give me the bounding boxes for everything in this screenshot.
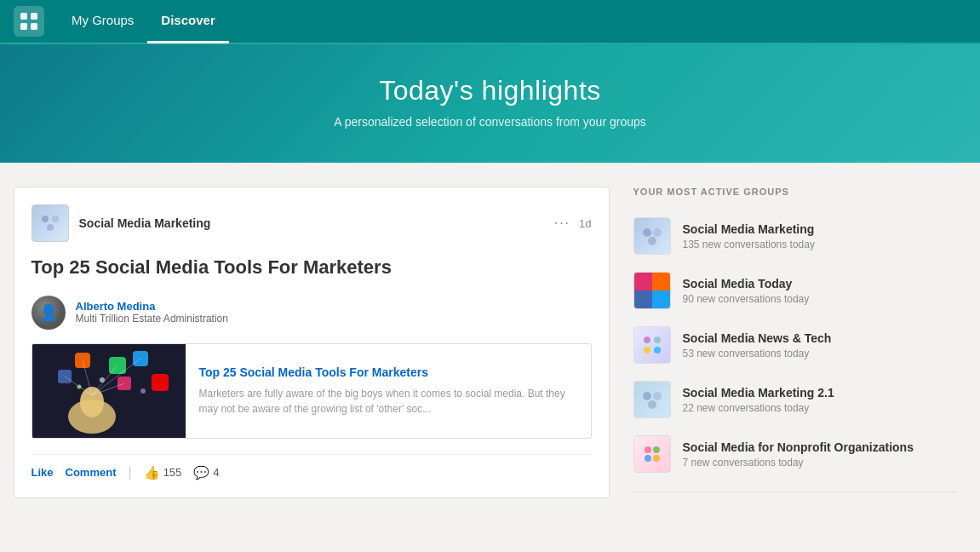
link-preview-image (32, 344, 186, 438)
post-time-ago: 1d (579, 217, 591, 230)
author-company: Multi Trillion Estate Administration (76, 313, 228, 325)
svg-point-9 (80, 387, 104, 417)
svg-rect-2 (20, 23, 27, 30)
svg-point-30 (654, 347, 661, 354)
comment-icon: 💬 (193, 465, 209, 480)
link-preview-description: Marketers are fully aware of the big boy… (199, 386, 577, 417)
top-navigation: My Groups Discover (0, 0, 980, 44)
sidebar-group-name-3: Social Media Marketing 2.1 (683, 386, 957, 400)
sidebar-divider (633, 492, 957, 492)
svg-point-35 (653, 446, 660, 453)
sidebar-group-info-4: Social Media for Nonprofit Organizations… (683, 440, 957, 469)
post-meta: ··· 1d (554, 216, 592, 231)
footer-divider: | (128, 465, 131, 480)
svg-point-21 (100, 377, 105, 382)
post-card: Social Media Marketing ··· 1d Top 25 Soc… (14, 187, 610, 498)
nav-my-groups[interactable]: My Groups (58, 0, 147, 43)
sidebar-group-info-3: Social Media Marketing 2.1 22 new conver… (683, 386, 957, 414)
hero-subtitle: A personalized selection of conversation… (0, 115, 980, 129)
author-avatar: 👤 (32, 296, 66, 330)
svg-point-24 (643, 228, 651, 237)
svg-point-36 (645, 455, 651, 462)
comment-button[interactable]: Comment (66, 466, 117, 479)
sidebar-group-item[interactable]: Social Media Marketing 135 new conversat… (633, 209, 957, 263)
svg-point-29 (644, 347, 650, 354)
hero-banner: Today's highlights A personalized select… (0, 44, 980, 163)
sidebar-group-name-4: Social Media for Nonprofit Organizations (683, 440, 957, 454)
post-group-name[interactable]: Social Media Marketing (79, 216, 554, 230)
svg-point-25 (653, 228, 662, 237)
sidebar-group-thumb-4 (633, 435, 671, 473)
post-card-header: Social Media Marketing ··· 1d (32, 204, 592, 242)
svg-point-28 (654, 336, 661, 343)
like-button[interactable]: Like (32, 466, 54, 479)
svg-rect-15 (152, 374, 169, 391)
svg-point-32 (653, 392, 662, 400)
svg-rect-3 (31, 23, 37, 30)
sidebar-group-thumb-0 (633, 217, 671, 255)
post-group-thumbnail (32, 204, 69, 242)
nav-discover[interactable]: Discover (147, 0, 228, 43)
likes-stat: 👍 155 (144, 465, 182, 480)
comments-count: 4 (213, 466, 219, 479)
sidebar-group-stat-1: 90 new conversations today (683, 293, 957, 305)
link-preview-image-inner (32, 344, 186, 438)
nav-links: My Groups Discover (58, 0, 229, 43)
sidebar-group-name-0: Social Media Marketing (683, 222, 957, 236)
svg-rect-0 (20, 13, 27, 20)
sidebar-section-title: YOUR MOST ACTIVE GROUPS (633, 187, 957, 197)
link-preview-title[interactable]: Top 25 Social Media Tools For Marketers (199, 365, 577, 379)
post-footer: Like Comment | 👍 155 💬 4 (32, 454, 592, 480)
sidebar-group-name-2: Social Media News & Tech (683, 331, 957, 345)
sidebar-group-info-2: Social Media News & Tech 53 new conversa… (683, 331, 957, 359)
author-avatar-image: 👤 (32, 296, 66, 330)
sidebar-group-stat-3: 22 new conversations today (683, 402, 957, 414)
sidebar-group-thumb-1 (633, 272, 671, 309)
svg-point-26 (648, 237, 656, 245)
sidebar-group-info-1: Social Media Today 90 new conversations … (683, 277, 957, 305)
author-info: Alberto Medina Multi Trillion Estate Adm… (76, 300, 228, 325)
svg-point-37 (653, 455, 660, 462)
svg-point-31 (643, 392, 651, 400)
svg-point-4 (42, 216, 49, 222)
post-title[interactable]: Top 25 Social Media Tools For Marketers (32, 256, 592, 280)
right-sidebar: YOUR MOST ACTIVE GROUPS Social Media Mar… (633, 187, 957, 498)
logo[interactable] (14, 6, 44, 37)
hero-title: Today's highlights (0, 75, 980, 106)
link-preview[interactable]: Top 25 Social Media Tools For Marketers … (32, 343, 592, 439)
svg-point-22 (77, 384, 81, 388)
svg-point-33 (648, 400, 656, 409)
sidebar-group-thumb-3 (633, 381, 671, 418)
svg-point-5 (52, 216, 59, 222)
link-preview-content: Top 25 Social Media Tools For Marketers … (186, 344, 591, 438)
sidebar-group-item[interactable]: Social Media Today 90 new conversations … (633, 263, 957, 318)
comments-stat: 💬 4 (193, 465, 219, 480)
more-options-button[interactable]: ··· (554, 216, 570, 231)
author-name[interactable]: Alberto Medina (76, 300, 228, 313)
svg-point-6 (47, 224, 54, 231)
svg-point-27 (644, 336, 650, 343)
sidebar-group-item[interactable]: Social Media News & Tech 53 new conversa… (633, 318, 957, 372)
svg-point-34 (645, 446, 651, 453)
sidebar-group-stat-4: 7 new conversations today (683, 457, 957, 469)
likes-count: 155 (163, 466, 182, 479)
author-row: 👤 Alberto Medina Multi Trillion Estate A… (32, 296, 592, 330)
sidebar-group-name-1: Social Media Today (683, 277, 957, 290)
svg-point-23 (140, 388, 146, 394)
sidebar-group-item[interactable]: Social Media Marketing 2.1 22 new conver… (633, 372, 957, 427)
sidebar-group-item[interactable]: Social Media for Nonprofit Organizations… (633, 427, 957, 481)
thumbs-up-icon: 👍 (144, 465, 160, 480)
sidebar-group-stat-0: 135 new conversations today (683, 239, 957, 250)
main-content: Social Media Marketing ··· 1d Top 25 Soc… (5, 187, 976, 498)
sidebar-group-stat-2: 53 new conversations today (683, 348, 957, 359)
sidebar-group-info-0: Social Media Marketing 135 new conversat… (683, 222, 957, 250)
svg-rect-1 (31, 13, 37, 20)
sidebar-group-thumb-2 (633, 326, 671, 364)
